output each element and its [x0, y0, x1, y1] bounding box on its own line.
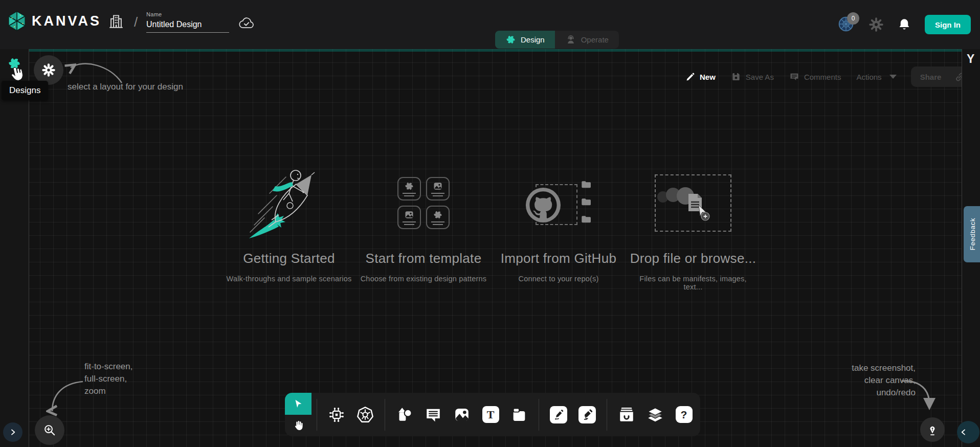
actions-dropdown[interactable]: Actions — [851, 73, 901, 81]
chevron-right-icon — [9, 428, 17, 436]
expand-left-panel-button[interactable] — [3, 422, 23, 442]
designs-tooltip: Designs — [2, 81, 48, 100]
save-as-label: Save As — [746, 73, 774, 81]
whiteboard-pen-button[interactable] — [920, 417, 945, 442]
toolbar-divider — [317, 399, 317, 431]
design-name-input[interactable] — [146, 19, 229, 33]
pen-nib-icon — [926, 423, 939, 436]
design-pinwheel-icon — [505, 34, 516, 45]
collapse-right-panel-button[interactable] — [957, 421, 979, 443]
layout-asterisk-icon — [41, 62, 56, 78]
left-dock: Designs — [0, 49, 29, 447]
template-thumb-design — [426, 206, 450, 229]
comment-bubble-icon — [425, 406, 442, 423]
image-icon — [453, 406, 471, 423]
drawer-archive-icon — [617, 406, 636, 424]
settings-gear-icon[interactable] — [868, 17, 884, 32]
notifications-bell-icon[interactable] — [897, 17, 911, 32]
drop-file-illustration — [629, 165, 757, 241]
edge-pen-arrow-icon — [550, 406, 567, 423]
kubernetes-helm-icon — [356, 406, 374, 424]
new-pencil-icon — [685, 72, 695, 82]
kubernetes-tool-button[interactable] — [354, 404, 376, 426]
layers-tool-button[interactable] — [644, 404, 666, 426]
help-tool-button[interactable]: ? — [673, 404, 695, 426]
repo-folder-icon — [580, 179, 593, 190]
organization-icon[interactable] — [107, 12, 125, 30]
card-drop-file[interactable]: Drop file or browse... Files can be mani… — [629, 165, 757, 291]
design-actions-toolbar: New Save As Comments Actions Share — [680, 66, 974, 87]
design-name-label: Name — [146, 11, 229, 17]
card-start-from-template[interactable]: Start from template Choose from existing… — [360, 165, 487, 283]
comments-label: Comments — [804, 73, 841, 81]
design-name-field: Name — [146, 11, 229, 33]
breadcrumb-separator: / — [134, 14, 138, 30]
zoom-button[interactable] — [35, 415, 64, 445]
pan-tool-button[interactable] — [285, 415, 311, 436]
tab-operate-label: Operate — [581, 35, 609, 44]
app-header: KANVAS / Name — [0, 0, 980, 49]
edge-tool-button[interactable] — [547, 404, 570, 426]
feedback-tab[interactable]: Feedback — [964, 206, 980, 262]
card-title: Getting Started — [225, 251, 353, 266]
help-icon: ? — [676, 406, 693, 423]
extensions-status[interactable]: 0 — [838, 16, 855, 33]
note-tool-button[interactable] — [508, 404, 530, 426]
shapes-tool-button[interactable] — [393, 404, 416, 426]
card-title: Start from template — [360, 251, 487, 266]
card-subtitle: Choose from existing design patterns — [360, 275, 487, 283]
image-tool-button[interactable] — [451, 404, 473, 426]
layout-hint-arrow — [61, 56, 128, 92]
kanvas-logo[interactable]: KANVAS — [7, 10, 101, 32]
card-getting-started[interactable]: Getting Started Walk-throughs and sample… — [225, 165, 353, 283]
text-icon: T — [482, 406, 499, 423]
header-actions: 0 Sign In — [838, 0, 971, 49]
drawer-tool-button[interactable] — [615, 404, 638, 426]
card-title: Import from GitHub — [495, 251, 622, 266]
shapes-icon — [395, 406, 414, 424]
cursor-arrow-icon — [293, 398, 304, 410]
select-tool-button[interactable] — [285, 393, 311, 415]
freehand-tool-button[interactable] — [576, 404, 598, 426]
getting-started-rocket-illustration — [225, 165, 353, 241]
comments-button[interactable]: Comments — [784, 72, 847, 82]
operate-person-icon — [565, 34, 576, 46]
template-thumb-image — [397, 206, 421, 229]
new-button[interactable]: New — [680, 72, 721, 82]
tab-design-label: Design — [521, 35, 545, 44]
freehand-pencil-icon — [578, 406, 596, 423]
magnifier-plus-icon — [43, 423, 56, 437]
feedback-label: Feedback — [969, 218, 976, 250]
sign-in-button[interactable]: Sign In — [925, 15, 971, 34]
text-tool-button[interactable]: T — [479, 404, 502, 426]
kanvas-hexagon-icon — [7, 10, 27, 32]
card-subtitle: Connect to your repo(s) — [495, 275, 622, 283]
tab-design[interactable]: Design — [495, 31, 555, 49]
toolbar-divider — [607, 399, 607, 431]
kanvas-wordmark: KANVAS — [32, 13, 101, 29]
template-thumb-design — [397, 177, 421, 200]
template-thumb-image — [426, 177, 450, 200]
notification-count-badge: 0 — [847, 12, 859, 25]
chevron-left-icon — [960, 428, 968, 436]
kanvas-app: KANVAS / Name — [0, 0, 980, 447]
card-subtitle: Walk-throughs and sample scenarios — [225, 275, 353, 283]
right-dock-logo: Y — [967, 52, 974, 66]
save-as-button[interactable]: Save As — [726, 72, 779, 82]
repo-folder-icon — [580, 196, 593, 208]
zoom-controls-hint-text: fit-to-screen, full-screen, zoom — [84, 361, 132, 397]
chevron-down-icon — [889, 75, 897, 79]
canvas-toolbar: T — [285, 393, 700, 436]
card-import-from-github[interactable]: Import from GitHub Connect to your repo(… — [495, 165, 622, 283]
card-subtitle: Files can be manifests, images, text... — [629, 275, 757, 291]
hand-pan-icon — [292, 419, 304, 432]
tab-operate[interactable]: Operate — [555, 31, 619, 49]
github-octocat-icon — [524, 186, 562, 224]
comments-icon — [789, 72, 799, 82]
component-tool-button[interactable] — [325, 404, 348, 426]
repo-folder-icon — [580, 214, 593, 225]
template-thumbnails-illustration — [360, 165, 487, 241]
mode-tabbar: Design Operate — [495, 31, 619, 49]
comment-tool-button[interactable] — [422, 404, 444, 426]
drop-zone-dashed-box — [655, 174, 731, 232]
